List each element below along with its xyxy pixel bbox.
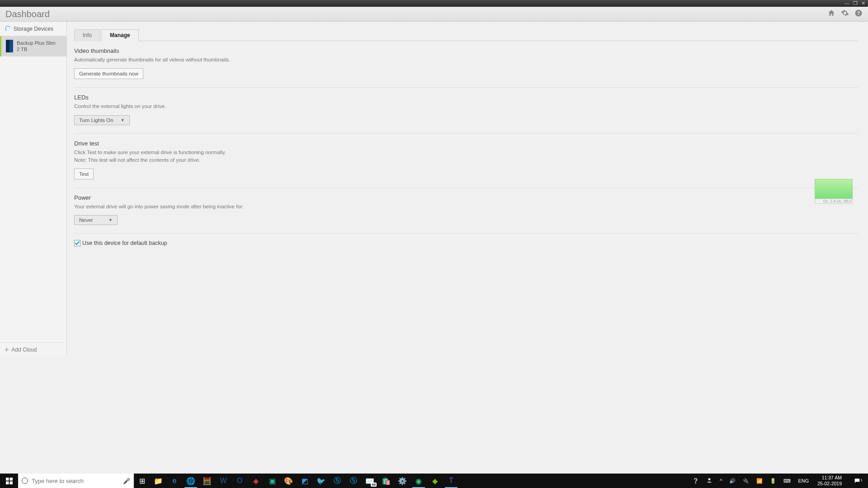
leds-selected: Turn Lights On [79,117,113,123]
sidebar-device-item[interactable]: Backup Plus Slim 2 TB [0,36,66,56]
taskbar: 🎤 ⊞ 📁 e 🌐 🧮 W O ◆ ▣ 🎨 ◩ 🐦 Ⓢ Ⓢ ✉️44 🛍️ ⚙️… [0,474,868,488]
default-backup-checkbox[interactable] [74,240,80,246]
tabs: Info Manage [74,29,858,41]
tray-language[interactable]: ENG [797,478,810,483]
tray-chevron-up-icon[interactable]: ^ [718,478,723,483]
network-graph [815,179,853,199]
settings-icon[interactable]: ⚙️ [394,474,410,488]
sidebar-header[interactable]: Storage Devices [0,22,66,36]
drivetest-desc: Click Test to make sure your external dr… [74,149,858,164]
plus-icon: + [5,346,9,354]
default-backup-row[interactable]: Use this device for default backup [74,234,858,253]
test-button[interactable]: Test [74,169,94,179]
app-icon-teal[interactable]: ▣ [264,474,280,488]
action-center-icon[interactable]: 1 [849,478,865,484]
leds-desc: Control the external lights on your driv… [74,103,858,110]
tab-manage[interactable]: Manage [101,29,139,41]
tray-volume-icon[interactable]: 🔊 [728,478,737,484]
mail-icon[interactable]: ✉️44 [362,474,378,488]
section-leds: LEDs Control the external lights on your… [74,88,858,133]
store-icon[interactable]: 🛍️ [378,474,394,488]
file-explorer-icon[interactable]: 📁 [150,474,166,488]
outlook-icon[interactable]: O [231,474,248,488]
chrome-icon[interactable]: 🌐 [183,474,199,488]
gear-icon[interactable] [841,9,849,19]
main-area: Storage Devices Backup Plus Slim 2 TB + … [0,22,868,356]
chevron-down-icon: ▼ [108,218,113,222]
power-desc: Your external drive will go into power s… [74,203,858,211]
video-title: Video thumbnails [74,47,858,54]
edge-icon[interactable]: e [166,474,183,488]
svg-point-6 [708,478,711,480]
chevron-down-icon: ▼ [121,118,125,122]
default-backup-label: Use this device for default backup [82,240,167,246]
section-drive-test: Drive test Click Test to make sure your … [74,134,858,188]
leds-dropdown[interactable]: Turn Lights On ▼ [74,115,130,125]
video-desc: Automatically generate thumbnails for al… [74,56,858,64]
word-icon[interactable]: W [215,474,231,488]
tray-clock[interactable]: 11:37 AM 25-02-2019 [815,475,844,486]
app-icon-blue[interactable]: ◩ [297,474,313,488]
skype-business-icon[interactable]: Ⓢ [345,474,362,488]
refresh-icon[interactable] [5,25,11,33]
tray-wifi-icon[interactable]: 📶 [755,478,764,484]
tray-time: 11:37 AM [817,475,842,481]
app-icon-red[interactable]: ◆ [248,474,264,488]
window-titlebar: — ❐ ✕ [0,0,868,7]
nvidia-icon[interactable]: ◆ [427,474,443,488]
drivetest-title: Drive test [74,140,858,147]
taskbar-search[interactable]: 🎤 [18,474,134,488]
task-view-icon[interactable]: ⊞ [134,474,150,488]
mic-icon[interactable]: 🎤 [123,478,130,484]
tray-power-icon[interactable]: 🔌 [741,478,750,484]
generate-thumbnails-button[interactable]: Generate thumbnails now [74,68,143,79]
svg-rect-3 [9,478,13,481]
twitter-icon[interactable]: 🐦 [313,474,329,488]
taskbar-apps: ⊞ 📁 e 🌐 🧮 W O ◆ ▣ 🎨 ◩ 🐦 Ⓢ Ⓢ ✉️44 🛍️ ⚙️ ◉… [134,474,459,488]
device-name: Backup Plus Slim [17,40,56,46]
svg-rect-5 [9,481,13,484]
skype-icon[interactable]: Ⓢ [329,474,345,488]
system-tray: ❔ ^ 🔊 🔌 📶 🔋 ⌨ ENG 11:37 AM 25-02-2019 1 [691,474,868,488]
power-selected: Never [79,217,93,223]
power-dropdown[interactable]: Never ▼ [74,215,118,225]
app-icon-palette[interactable]: 🎨 [280,474,297,488]
close-icon[interactable]: ✕ [861,1,865,6]
search-input[interactable] [32,478,119,484]
add-cloud-label: Add Cloud [11,347,37,353]
sidebar: Storage Devices Backup Plus Slim 2 TB + … [0,22,67,356]
sidebar-header-label: Storage Devices [14,26,53,32]
power-title: Power [74,194,858,201]
calculator-icon[interactable]: 🧮 [199,474,215,488]
svg-rect-2 [6,478,9,481]
app-header: Dashboard ? [0,7,868,22]
svg-rect-4 [6,481,9,484]
home-icon[interactable] [827,9,835,19]
section-video-thumbnails: Video thumbnails Automatically generate … [74,41,858,88]
tray-help-icon[interactable]: ❔ [691,478,700,484]
device-capacity: 2 TB [17,46,56,52]
tray-battery-icon[interactable]: 🔋 [769,478,778,484]
section-power: Power Your external drive will go into p… [74,188,858,234]
tray-keyboard-icon[interactable]: ⌨ [782,478,792,484]
seagate-dashboard-icon[interactable]: ◉ [410,474,427,488]
cortana-icon [22,478,28,484]
header-icon-group: ? [827,9,863,19]
content-pane: Info Manage Video thumbnails Automatical… [67,22,868,356]
drive-icon [6,40,13,52]
teams-icon[interactable]: T [443,474,459,488]
tray-people-icon[interactable] [705,477,714,484]
tab-info[interactable]: Info [74,29,100,41]
start-button[interactable] [0,474,18,488]
svg-text:?: ? [857,10,860,16]
maximize-icon[interactable]: ❐ [853,1,858,6]
network-monitor-widget: DL: 1.4 UL: 68.0 [815,179,853,204]
network-stats: DL: 1.4 UL: 68.0 [815,199,853,204]
help-icon[interactable]: ? [854,9,863,19]
leds-title: LEDs [74,94,858,101]
tray-date: 25-02-2019 [817,481,842,487]
add-cloud-button[interactable]: + Add Cloud [0,343,66,356]
page-title: Dashboard [5,9,50,19]
minimize-icon[interactable]: — [844,1,849,6]
device-text: Backup Plus Slim 2 TB [17,40,56,53]
